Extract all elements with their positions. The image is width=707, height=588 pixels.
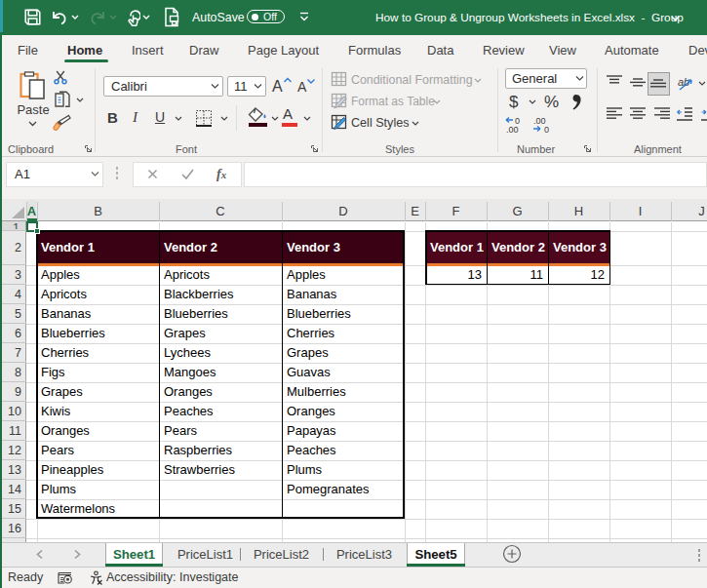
- svg-text:0: 0: [544, 125, 549, 134]
- svg-text:.00: .00: [506, 125, 519, 134]
